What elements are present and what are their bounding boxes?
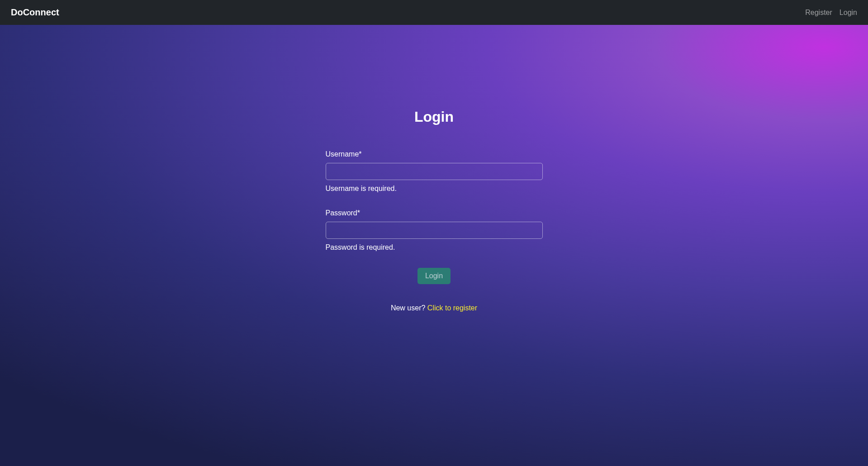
navbar-links: Register Login (805, 9, 857, 17)
register-link[interactable]: Click to register (427, 304, 477, 312)
nav-link-register[interactable]: Register (805, 9, 832, 17)
page-title: Login (414, 109, 454, 125)
register-prompt: New user? Click to register (326, 304, 543, 312)
password-group: Password* Password is required. (326, 209, 543, 252)
username-error: Username is required. (326, 185, 543, 193)
main-content: Login Username* Username is required. Pa… (0, 25, 868, 466)
navbar: DoConnect Register Login (0, 0, 868, 25)
login-form: Username* Username is required. Password… (326, 150, 543, 312)
register-prompt-text: New user? (391, 304, 427, 312)
password-error: Password is required. (326, 243, 543, 252)
nav-link-login[interactable]: Login (840, 9, 857, 17)
brand-logo[interactable]: DoConnect (11, 7, 59, 18)
password-label: Password* (326, 209, 543, 217)
username-input[interactable] (326, 163, 543, 180)
login-button[interactable]: Login (417, 268, 451, 284)
username-label: Username* (326, 150, 543, 158)
username-group: Username* Username is required. (326, 150, 543, 193)
password-input[interactable] (326, 222, 543, 239)
